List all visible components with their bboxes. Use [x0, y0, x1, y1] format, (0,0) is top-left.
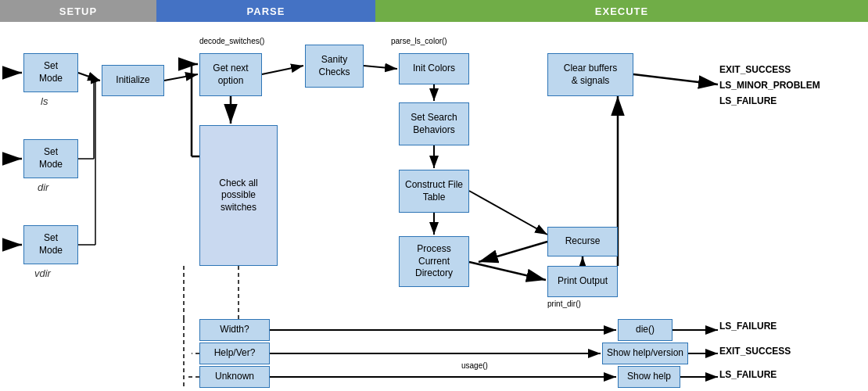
set-mode-dir-label: SetMode	[39, 146, 63, 170]
phase-execute-banner: EXECUTE	[375, 0, 868, 22]
diagram: SETUP PARSE EXECUTE	[0, 0, 868, 391]
sanity-checks-label: SanityChecks	[318, 54, 350, 78]
process-current-dir-label: ProcessCurrentDirectory	[415, 243, 453, 280]
init-colors-box: Init Colors	[399, 53, 469, 84]
set-mode-dir-box: SetMode	[23, 139, 78, 178]
set-mode-vdir-label: SetMode	[39, 232, 63, 256]
clear-buffers-label: Clear buffers& signals	[564, 63, 617, 87]
svg-line-17	[364, 66, 397, 69]
svg-line-24	[469, 191, 547, 235]
dir-label: dir	[38, 181, 48, 193]
recurse-label: Recurse	[565, 235, 601, 248]
unknown-box: Unknown	[199, 366, 270, 388]
show-help-version-label: Show help/version	[607, 347, 683, 360]
initialize-label: Initialize	[116, 74, 149, 87]
check-switches-box: Check allpossibleswitches	[199, 125, 278, 266]
check-switches-label: Check allpossibleswitches	[219, 178, 257, 214]
svg-line-5	[78, 73, 100, 81]
die-label: die()	[636, 324, 655, 336]
set-search-behaviors-box: Set SearchBehaviors	[399, 102, 469, 145]
print-dir-label: print_dir()	[547, 300, 581, 308]
initialize-box: Initialize	[102, 65, 164, 96]
phase-execute-label: EXECUTE	[595, 5, 648, 17]
usage-label: usage()	[461, 361, 488, 370]
exit-ls-failure-1-label: LS_FAILURE	[719, 95, 777, 106]
clear-buffers-box: Clear buffers& signals	[547, 53, 633, 96]
set-mode-vdir-box: SetMode	[23, 225, 78, 264]
svg-line-23	[479, 242, 547, 262]
process-current-dir-box: ProcessCurrentDirectory	[399, 236, 469, 287]
svg-line-25	[633, 74, 718, 84]
print-output-box: Print Output	[547, 266, 618, 297]
svg-line-21	[469, 262, 546, 280]
parse-ls-color-label: parse_ls_color()	[391, 37, 447, 45]
unknown-label: Unknown	[215, 371, 254, 383]
exit-ls-failure-3-label: LS_FAILURE	[719, 369, 777, 380]
phase-setup-banner: SETUP	[0, 0, 156, 22]
decode-switches-label: decode_switches()	[199, 37, 264, 45]
set-mode-ls-box: SetMode	[23, 53, 78, 92]
exit-success-1-label: EXIT_SUCCESS	[719, 64, 791, 75]
recurse-box: Recurse	[547, 227, 618, 256]
show-help-box: Show help	[618, 366, 680, 388]
phase-parse-banner: PARSE	[156, 0, 375, 22]
show-help-version-box: Show help/version	[602, 343, 688, 364]
exit-success-2-label: EXIT_SUCCESS	[719, 346, 791, 357]
set-search-behaviors-label: Set SearchBehaviors	[411, 112, 457, 136]
get-next-option-label: Get nextoption	[213, 63, 248, 87]
die-box: die()	[618, 319, 673, 341]
svg-line-11	[164, 74, 198, 81]
ls-label: ls	[41, 95, 48, 107]
exit-ls-failure-2-label: LS_FAILURE	[719, 321, 777, 332]
help-ver-box: Help/Ver?	[199, 343, 270, 364]
construct-file-table-box: Construct FileTable	[399, 170, 469, 213]
get-next-option-box: Get nextoption	[199, 53, 262, 96]
width-check-box: Width?	[199, 319, 270, 341]
phase-setup-label: SETUP	[59, 5, 97, 17]
set-mode-ls-label: SetMode	[39, 60, 63, 84]
vdir-label: vdir	[34, 267, 51, 279]
help-ver-label: Help/Ver?	[214, 347, 256, 360]
print-output-label: Print Output	[558, 275, 608, 288]
show-help-label: Show help	[627, 371, 671, 383]
width-check-label: Width?	[220, 324, 249, 336]
svg-line-12	[262, 66, 303, 74]
sanity-checks-box: SanityChecks	[305, 45, 364, 88]
construct-file-table-label: Construct FileTable	[405, 179, 463, 203]
exit-ls-minor-label: LS_MINOR_PROBLEM	[719, 80, 820, 91]
phase-parse-label: PARSE	[247, 5, 285, 17]
init-colors-label: Init Colors	[413, 63, 455, 75]
